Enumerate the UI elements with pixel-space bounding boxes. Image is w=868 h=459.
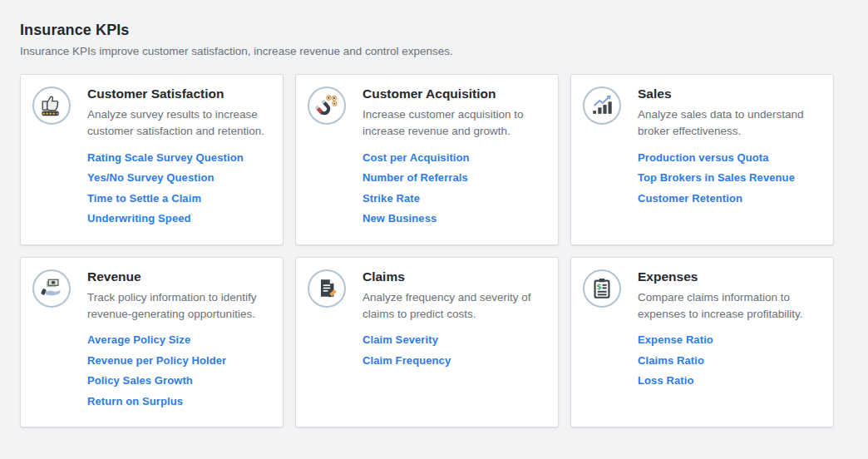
kpi-link[interactable]: Claim Frequency <box>362 354 545 367</box>
card-links: Claim SeverityClaim Frequency <box>362 333 545 367</box>
card-links: Rating Scale Survey QuestionYes/No Surve… <box>87 151 269 225</box>
kpi-link[interactable]: Strike Rate <box>362 192 545 205</box>
kpi-link[interactable]: Loss Ratio <box>638 374 820 387</box>
kpi-link[interactable]: Claim Severity <box>362 333 545 346</box>
kpi-link[interactable]: Return on Surplus <box>87 395 269 407</box>
kpi-link[interactable]: Rating Scale Survey Question <box>87 151 269 164</box>
kpi-card-sales: Sales Analyze sales data to understand b… <box>570 74 834 245</box>
kpi-grid: ★★★★★ Customer Satisfaction Analyze surv… <box>20 74 868 427</box>
hand-holding-money-icon <box>32 269 71 308</box>
kpi-link[interactable]: Top Brokers in Sales Revenue <box>638 171 820 184</box>
kpi-link[interactable]: Revenue per Policy Holder <box>87 354 269 367</box>
card-title: Customer Acquisition <box>362 86 545 101</box>
page-subtitle: Insurance KPIs improve customer satisfac… <box>20 45 868 57</box>
svg-text:$: $ <box>596 282 602 291</box>
kpi-link[interactable]: Number of Referrals <box>362 171 545 184</box>
magnet-attracting-customers-icon <box>308 86 346 125</box>
kpi-link[interactable]: Time to Settle a Claim <box>87 192 269 205</box>
card-links: Cost per AcquisitionNumber of ReferralsS… <box>362 151 545 225</box>
document-pencil-icon <box>308 269 346 308</box>
kpi-link[interactable]: Policy Sales Growth <box>87 374 269 387</box>
card-description: Analyze survey results to increase custo… <box>87 106 269 141</box>
card-title: Revenue <box>87 269 269 284</box>
kpi-card-customer-acquisition: Customer Acquisition Increase customer a… <box>295 74 559 245</box>
kpi-link[interactable]: Customer Retention <box>638 192 820 205</box>
card-description: Analyze frequency and severity of claims… <box>362 289 545 323</box>
kpi-card-expenses: $ Expenses Compare claims information to… <box>570 257 834 428</box>
card-title: Customer Satisfaction <box>87 86 269 101</box>
card-title: Expenses <box>638 269 820 284</box>
kpi-card-revenue: Revenue Track policy information to iden… <box>20 257 284 428</box>
kpi-link[interactable]: Cost per Acquisition <box>362 151 545 164</box>
card-title: Sales <box>638 86 820 101</box>
kpi-link[interactable]: Claims Ratio <box>638 354 820 367</box>
kpi-link[interactable]: New Business <box>362 212 545 225</box>
card-links: Production versus QuotaTop Brokers in Sa… <box>638 151 820 205</box>
card-links: Expense RatioClaims RatioLoss Ratio <box>638 333 820 387</box>
clipboard-dollar-icon: $ <box>583 269 621 308</box>
card-description: Track policy information to identify rev… <box>87 289 269 323</box>
bar-chart-growth-arrow-icon <box>583 86 621 125</box>
kpi-link[interactable]: Expense Ratio <box>638 333 820 346</box>
kpi-link[interactable]: Production versus Quota <box>638 151 820 164</box>
card-description: Analyze sales data to understand broker … <box>638 106 820 141</box>
insurance-kpis-page: Insurance KPIs Insurance KPIs improve cu… <box>0 0 868 427</box>
card-links: Average Policy SizeRevenue per Policy Ho… <box>87 333 269 407</box>
kpi-card-claims: Claims Analyze frequency and severity of… <box>295 257 559 428</box>
card-title: Claims <box>362 269 545 284</box>
thumbs-up-rating-icon: ★★★★★ <box>32 86 71 125</box>
kpi-card-customer-satisfaction: ★★★★★ Customer Satisfaction Analyze surv… <box>20 74 284 245</box>
svg-text:★★★★★: ★★★★★ <box>42 111 59 116</box>
kpi-link[interactable]: Yes/No Survey Question <box>87 171 269 184</box>
card-description: Compare claims information to expenses t… <box>638 289 820 323</box>
page-title: Insurance KPIs <box>20 22 868 39</box>
kpi-link[interactable]: Average Policy Size <box>87 333 269 346</box>
kpi-link[interactable]: Underwriting Speed <box>87 212 269 225</box>
card-description: Increase customer acquisition to increas… <box>362 106 545 141</box>
